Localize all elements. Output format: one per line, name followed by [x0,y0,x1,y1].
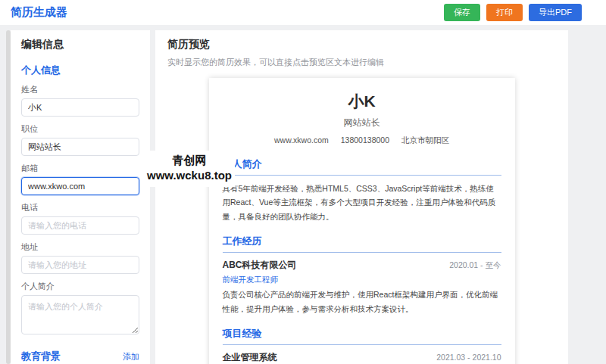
resume-project-section: 项目经验 企业管理系统 2021.03 - 2021.10 担任角色：前端负责人… [223,327,501,364]
work-entry-header: ABC科技有限公司 2020.01 - 至今 [223,259,501,272]
name-input[interactable] [21,98,139,117]
resume-work-title: 工作经历 [223,235,501,253]
print-button[interactable]: 打印 [486,4,523,21]
phone-field-label: 电话 [21,202,139,213]
name-field-label: 姓名 [21,84,139,95]
watermark-site-url: www.wcku8.top [147,168,232,183]
toolbar: 保存 打印 导出PDF [444,4,582,21]
work-role[interactable]: 前端开发工程师 [223,275,501,285]
personal-info-section-header: 个人信息 [21,64,139,77]
site-watermark: 青创网 www.wcku8.top [144,151,235,187]
work-period: 2020.01 - 至今 [449,260,501,271]
project-period: 2021.03 - 2021.10 [436,353,501,362]
resume-profile-text[interactable]: 具有5年前端开发经验，熟悉HTML5、CSS3、JavaScript等前端技术，… [223,182,501,223]
resume-contact-email[interactable]: www.xkwo.com [274,135,329,146]
resume-profile-section: 个人简介 具有5年前端开发经验，熟悉HTML5、CSS3、JavaScript等… [223,157,501,223]
job-title-input[interactable] [21,138,139,156]
resume-contact-address[interactable]: 北京市朝阳区 [401,135,449,146]
resume-profile-title: 个人简介 [223,157,501,176]
preview-panel: 简历预览 实时显示您的简历效果，可以直接点击预览区文本进行编辑 小K 网站站长 … [155,30,568,364]
resume-name[interactable]: 小K [223,91,501,112]
app-title: 简历生成器 [11,5,67,20]
email-field-label: 邮箱 [21,163,139,174]
project-name[interactable]: 企业管理系统 [223,351,277,364]
email-input[interactable] [21,177,139,195]
resume-paper[interactable]: 小K 网站站长 www.xkwo.com 13800138000 北京市朝阳区 … [209,78,515,364]
preview-title: 简历预览 [167,38,556,51]
top-bar: 简历生成器 保存 打印 导出PDF [0,0,606,25]
export-pdf-button[interactable]: 导出PDF [529,4,582,21]
project-entry-header: 企业管理系统 2021.03 - 2021.10 [223,351,501,364]
personal-info-section-title: 个人信息 [21,64,61,77]
education-section-header: 教育背景 添加 [21,350,139,363]
add-education-link[interactable]: 添加 [123,351,139,362]
summary-textarea[interactable] [21,295,139,334]
watermark-site-name: 青创网 [147,153,232,168]
edit-panel: 编辑信息 个人信息 姓名 职位 邮箱 电话 地址 个人简介 教育背景 添加 工作… [11,30,150,364]
resume-contact-phone[interactable]: 13800138000 [341,135,389,146]
resume-work-section: 工作经历 ABC科技有限公司 2020.01 - 至今 前端开发工程师 负责公司… [223,235,501,316]
summary-field-label: 个人简介 [21,281,139,292]
save-button[interactable]: 保存 [444,4,480,21]
address-input[interactable] [21,256,139,274]
phone-input[interactable] [21,216,139,235]
edit-panel-title: 编辑信息 [21,38,139,51]
resume-contact-row: www.xkwo.com 13800138000 北京市朝阳区 [223,135,501,146]
work-company[interactable]: ABC科技有限公司 [223,259,297,272]
resume-job-title[interactable]: 网站站长 [223,117,501,129]
address-field-label: 地址 [21,241,139,253]
education-section-title: 教育背景 [21,350,61,363]
job-field-label: 职位 [21,123,139,135]
preview-subtitle: 实时显示您的简历效果，可以直接点击预览区文本进行编辑 [167,57,556,68]
work-description[interactable]: 负责公司核心产品的前端开发与维护，使用React框架构建用户界面，优化前端性能，… [223,288,501,316]
resume-project-title: 项目经验 [223,327,501,345]
